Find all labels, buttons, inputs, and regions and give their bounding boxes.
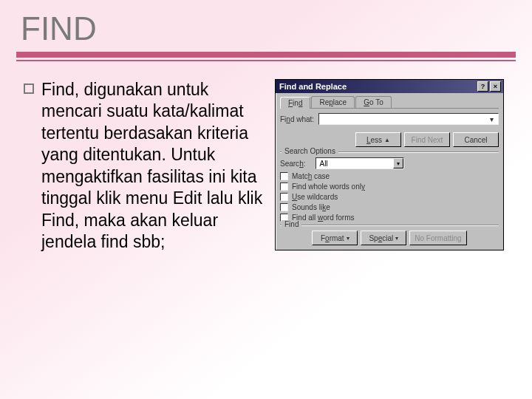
check-wildcards[interactable]: Use wildcards (280, 193, 499, 201)
slide-title: FIND (16, 10, 516, 50)
checkbox-icon (280, 193, 288, 201)
find-replace-dialog: Find and Replace ? × Find Replace Go To … (275, 79, 504, 250)
less-glyph: ▲ (384, 137, 390, 143)
find-what-row: Find what: ▾ (280, 113, 499, 125)
dialog-body: Find Replace Go To Find what: ▾ Less ▲ (276, 93, 503, 250)
special-button[interactable]: Special ▾ (361, 231, 406, 245)
check-match-case[interactable]: Match case (280, 172, 499, 180)
find-what-input[interactable]: ▾ (318, 113, 499, 125)
check-label: Find whole words only (292, 183, 365, 191)
help-button[interactable]: ? (477, 81, 488, 92)
dialog-title: Find and Replace (279, 82, 347, 91)
checkbox-icon (280, 203, 288, 211)
tab-goto[interactable]: Go To (355, 96, 392, 108)
find-next-button[interactable]: Find Next (404, 132, 450, 147)
chevron-down-icon: ▾ (395, 235, 398, 242)
slide: FIND Find, digunakan untuk mencari suatu… (0, 0, 532, 399)
checkbox-icon (280, 183, 288, 191)
find-group: Find Format ▾ Special ▾ No Formatting (280, 225, 499, 245)
check-sounds-like[interactable]: Sounds like (280, 203, 499, 211)
tab-goto-label: Go To (364, 98, 383, 106)
no-formatting-button[interactable]: No Formatting (409, 231, 466, 245)
find-what-label: Find what: (280, 115, 314, 123)
find-group-label: Find (282, 220, 301, 228)
search-label: Search: (280, 160, 305, 168)
bottom-buttons: Format ▾ Special ▾ No Formatting (280, 231, 499, 245)
tab-replace-label: Replace (319, 98, 347, 106)
find-group-line: Find (280, 225, 499, 226)
checkbox-icon (280, 172, 288, 180)
tab-find[interactable]: Find (280, 97, 310, 109)
action-button-row: Less ▲ Find Next Cancel (280, 132, 499, 147)
title-rule-thin (16, 60, 516, 61)
cancel-button[interactable]: Cancel (453, 132, 499, 147)
tab-find-label: Find (288, 99, 302, 107)
bullet-icon (24, 83, 34, 94)
search-options-label: Search Options (282, 147, 338, 155)
content-row: Find, digunakan untuk mencari suatu kata… (16, 79, 516, 253)
body-text: Find, digunakan untuk mencari suatu kata… (41, 79, 267, 253)
tab-replace[interactable]: Replace (311, 96, 355, 108)
right-column: Find and Replace ? × Find Replace Go To … (275, 79, 516, 253)
format-button[interactable]: Format ▾ (312, 231, 358, 245)
close-button[interactable]: × (490, 81, 501, 92)
search-direction-row: Search: All ▾ (280, 157, 499, 169)
less-button[interactable]: Less ▲ (355, 132, 401, 147)
check-whole-words[interactable]: Find whole words only (280, 183, 499, 191)
search-options-line: Search Options (280, 151, 499, 153)
bullet-row: Find, digunakan untuk mencari suatu kata… (24, 79, 267, 253)
chevron-down-icon: ▾ (347, 235, 349, 242)
check-label: Sounds like (292, 203, 330, 211)
check-word-forms[interactable]: Find all word forms (280, 214, 499, 222)
search-direction-value: All (319, 160, 327, 168)
left-column: Find, digunakan untuk mencari suatu kata… (16, 79, 267, 253)
check-label: Use wildcards (292, 193, 338, 201)
check-label: Match case (292, 172, 330, 180)
search-direction-select[interactable]: All ▾ (316, 157, 404, 169)
chevron-down-icon: ▾ (393, 158, 403, 168)
chevron-down-icon[interactable]: ▾ (486, 115, 497, 123)
dialog-titlebar[interactable]: Find and Replace ? × (276, 80, 503, 93)
tab-strip: Find Replace Go To (280, 96, 499, 109)
search-options-group: Search Options Search: All ▾ Match case … (280, 151, 499, 222)
title-rule-thick (16, 52, 516, 58)
